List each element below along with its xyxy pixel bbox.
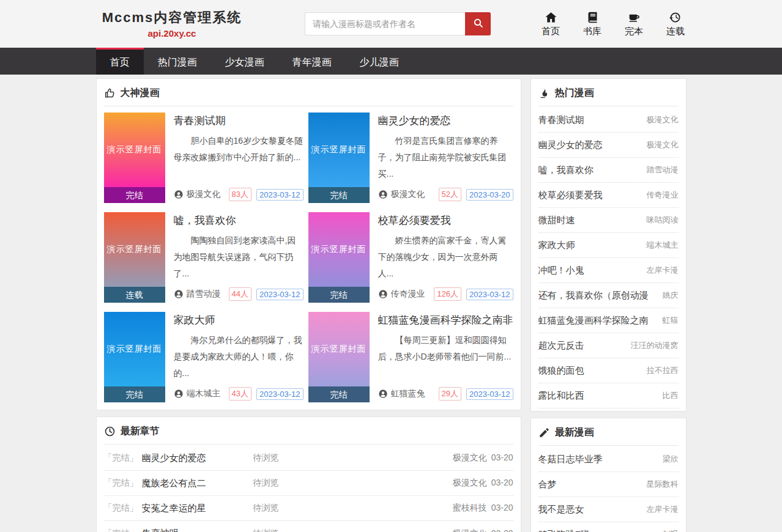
comic-author[interactable]: 传奇漫业 <box>378 289 434 300</box>
latest-comics-section: 最新漫画 冬菇日志毕业季 梁欣 合梦 星际数科 我不是恶女 左岸卡漫 鸡飞狗跳F… <box>531 418 687 532</box>
date-badge: 2023-03-12 <box>256 189 303 201</box>
comic-author[interactable]: 端木城主 <box>174 388 229 399</box>
comic-title[interactable]: 嘘，我喜欢你 <box>174 213 303 227</box>
comic-title[interactable]: 虹猫蓝兔漫画科学探险之南非 <box>378 313 513 327</box>
comic-author-label: 姚庆 <box>663 290 679 301</box>
pencil-icon <box>538 427 550 438</box>
chapter-source: 极漫文化 <box>453 528 487 532</box>
comic-card: 演示竖屏封面 完结 虹猫蓝兔漫画科学探险之南非 【每周三更新】逗和圆圆得知后，恳… <box>308 312 513 402</box>
comic-title[interactable]: 冬菇日志毕业季 <box>538 454 603 465</box>
site-domain: api.20xy.cc <box>95 28 248 39</box>
comic-title[interactable]: 鸡飞狗跳F班 <box>538 529 590 532</box>
comic-author[interactable]: 极漫文化 <box>378 189 439 200</box>
comic-title[interactable]: 虹猫蓝兔漫画科学探险之南 <box>538 315 649 327</box>
person-icon <box>174 190 184 199</box>
chapter-read-status: 待浏览 <box>253 478 453 489</box>
quick-link[interactable]: 连载 <box>662 11 689 37</box>
list-item: 家政大师 端木城主 <box>538 233 679 258</box>
chapter-date: 03-20 <box>491 503 513 514</box>
nav-item-青年漫画[interactable]: 青年漫画 <box>278 48 346 75</box>
home-icon <box>545 11 557 24</box>
quick-link-label: 首页 <box>542 26 560 37</box>
chapter-source: 极漫文化 <box>453 453 487 464</box>
comic-cover[interactable]: 演示竖屏封面 完结 <box>308 212 370 303</box>
fire-icon <box>538 87 550 99</box>
view-count-badge: 126人 <box>434 287 461 301</box>
latest-comic-list: 冬菇日志毕业季 梁欣 合梦 星际数科 我不是恶女 左岸卡漫 鸡飞狗跳F班 刘飒 <box>531 446 686 532</box>
comic-title[interactable]: 嘘，我喜欢你 <box>538 164 594 176</box>
site-logo[interactable]: Mccms内容管理系统 api.20xy.cc <box>95 9 248 39</box>
nav-item-少儿漫画[interactable]: 少儿漫画 <box>346 48 413 75</box>
list-item: 我不是恶女 左岸卡漫 <box>538 497 679 522</box>
chapter-row: 「完结」 魔族老公有点二 待浏览 极漫文化 03-20 <box>104 471 513 496</box>
comic-cover[interactable]: 演示竖屏封面 完结 <box>104 312 165 402</box>
comic-title[interactable]: 校草必须要爱我 <box>538 190 603 201</box>
comic-author-label: 极漫文化 <box>647 114 679 125</box>
person-icon <box>174 289 184 299</box>
chapter-title[interactable]: 幽灵少女的爱恋 <box>142 453 253 464</box>
featured-card-list: 演示竖屏封面 完结 青春测试期 胆小自卑的16岁少女黎夏冬随母亲改嫁搬到市中心开… <box>97 106 521 410</box>
comic-author[interactable]: 极漫文化 <box>174 189 229 200</box>
comic-title[interactable]: 青春测试期 <box>538 114 584 126</box>
quick-link[interactable]: 首页 <box>537 11 564 37</box>
comic-title[interactable]: 露比和比西 <box>538 390 584 402</box>
comic-description: 【每周三更新】逗和圆圆得知后，恳求小D老师带着他们一同前... <box>378 332 513 365</box>
comic-cover[interactable]: 演示竖屏封面 连载 <box>104 212 165 303</box>
chapter-status-tag: 「完结」 <box>104 478 138 489</box>
site-header: Mccms内容管理系统 api.20xy.cc 首页 书库 完本 连载 <box>0 0 782 48</box>
nav-item-热门漫画[interactable]: 热门漫画 <box>144 48 211 75</box>
comic-author[interactable]: 虹猫蓝兔 <box>378 388 439 399</box>
date-badge: 2023-03-12 <box>256 388 303 400</box>
comic-title[interactable]: 家政大师 <box>174 313 303 327</box>
comic-title[interactable]: 微甜时速 <box>538 215 575 226</box>
comic-author-label: 极漫文化 <box>647 139 679 150</box>
search-button[interactable] <box>465 12 491 35</box>
quick-link[interactable]: 书库 <box>579 11 606 37</box>
comic-title[interactable]: 我不是恶女 <box>538 504 584 515</box>
status-badge: 完结 <box>104 187 165 203</box>
comic-title[interactable]: 幽灵少女的爱恋 <box>378 114 513 128</box>
comic-title[interactable]: 家政大师 <box>538 240 575 251</box>
author-name: 极漫文化 <box>391 189 425 200</box>
list-item: 合梦 星际数科 <box>538 472 679 497</box>
comic-cover[interactable]: 演示竖屏封面 完结 <box>104 113 165 203</box>
comic-author-label: 星际数科 <box>647 479 679 490</box>
search-input[interactable] <box>305 12 465 35</box>
comic-cover[interactable]: 演示竖屏封面 完结 <box>308 312 370 402</box>
nav-item-少女漫画[interactable]: 少女漫画 <box>211 48 278 75</box>
comic-author-label: 左岸卡漫 <box>647 504 679 515</box>
comic-title[interactable]: 幽灵少女的爱恋 <box>538 139 603 151</box>
cover-placeholder-text: 演示竖屏封面 <box>104 312 165 386</box>
comic-title[interactable]: 饿狼的面包 <box>538 365 584 377</box>
chapter-title[interactable]: 失恋神明 <box>142 528 253 532</box>
date-badge: 2023-03-12 <box>466 289 513 300</box>
comic-title[interactable]: 还有，我喜欢你（原创动漫 <box>538 290 649 301</box>
comic-title[interactable]: 合梦 <box>538 479 557 490</box>
chapter-list: 「完结」 幽灵少女的爱恋 待浏览 极漫文化 03-20 「完结」 魔族老公有点二… <box>97 445 521 532</box>
chapter-status-tag: 「完结」 <box>104 528 138 532</box>
book-icon <box>586 11 599 24</box>
featured-section: 大神漫画 演示竖屏封面 完结 青春测试期 胆小自卑的16岁少女黎夏冬随母亲改嫁搬… <box>96 78 521 410</box>
quick-link[interactable]: 完本 <box>620 11 647 37</box>
comic-title[interactable]: 青春测试期 <box>174 114 303 128</box>
section-title-hot: 热门漫画 <box>555 86 594 100</box>
comic-title[interactable]: 校草必须要爱我 <box>378 213 513 227</box>
coffee-icon <box>628 11 641 24</box>
chapter-title[interactable]: 安菟之幸运的星 <box>142 503 253 514</box>
comic-author-label: 端木城主 <box>647 240 679 251</box>
view-count-badge: 52人 <box>439 188 461 201</box>
chapter-title[interactable]: 魔族老公有点二 <box>142 478 253 489</box>
person-icon <box>378 389 388 399</box>
hot-comic-list: 青春测试期 极漫文化 幽灵少女的爱恋 极漫文化 嘘，我喜欢你 踏雪动漫 校草必须… <box>531 106 686 411</box>
comic-card: 演示竖屏封面 连载 嘘，我喜欢你 陶陶独自回到老家读高中,因为地图导航失误迷路，… <box>104 212 303 303</box>
comic-author[interactable]: 踏雪动漫 <box>174 289 229 300</box>
status-badge: 连载 <box>104 287 165 303</box>
comic-title[interactable]: 超次元反击 <box>538 340 584 352</box>
chapter-read-status: 待浏览 <box>253 528 453 532</box>
nav-item-首页[interactable]: 首页 <box>96 48 144 75</box>
comic-title[interactable]: 冲吧！小鬼 <box>538 265 584 276</box>
view-count-badge: 29人 <box>439 387 461 401</box>
section-title-latest-comics: 最新漫画 <box>555 426 594 439</box>
comic-cover[interactable]: 演示竖屏封面 完结 <box>308 113 370 203</box>
author-name: 传奇漫业 <box>391 289 425 300</box>
